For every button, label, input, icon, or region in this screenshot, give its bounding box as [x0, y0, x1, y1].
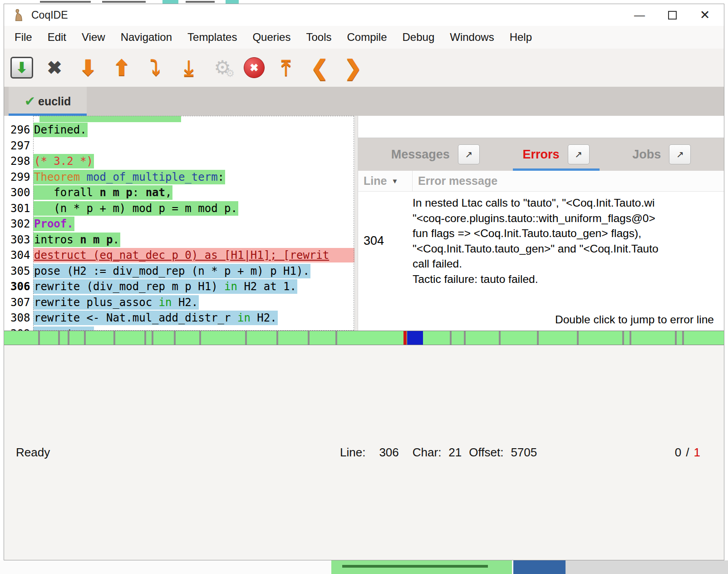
progress-bar — [4, 331, 724, 345]
progress-error-segment — [403, 331, 407, 345]
progress-tick — [630, 331, 631, 345]
maximize-button[interactable] — [656, 4, 689, 26]
line-text: Proof. — [33, 216, 354, 232]
chevron-left-icon: ❮ — [311, 57, 329, 78]
interrupt-button[interactable]: ✖ — [244, 57, 265, 78]
progress-tick — [675, 331, 677, 345]
script-editor[interactable]: 296Defined.297298(* 3.2 *)299Theorem mod… — [4, 116, 354, 331]
panel-tab-errors[interactable]: Errors↗ — [513, 138, 600, 171]
error-message-line: Tactic failure: tauto failed. — [413, 272, 724, 287]
close-buffer-button[interactable]: ✖ — [42, 55, 67, 80]
line-text: Theorem mod_of_multiple_term: — [33, 169, 354, 185]
line-number: 296 — [4, 124, 33, 136]
menu-item-templates[interactable]: Templates — [180, 31, 245, 44]
count-ok: 0 — [675, 445, 681, 460]
line-text: symmetry. — [33, 326, 354, 331]
code-line-297[interactable]: 297 — [4, 138, 354, 154]
backward-one-button[interactable]: ⬆ — [109, 55, 134, 80]
code-lines: 296Defined.297298(* 3.2 *)299Theorem mod… — [4, 122, 354, 331]
save-icon: ⬇ — [16, 60, 28, 75]
code-line-309[interactable]: 309symmetry. — [4, 326, 354, 331]
menu-item-tools[interactable]: Tools — [298, 31, 339, 44]
minimize-button[interactable]: — — [623, 4, 656, 26]
code-line-302[interactable]: 302Proof. — [4, 216, 354, 232]
go-to-start-button[interactable]: ⤒ — [274, 55, 298, 80]
code-line-298[interactable]: 298(* 3.2 *) — [4, 153, 354, 169]
progress-tick — [682, 331, 684, 345]
menu-item-queries[interactable]: Queries — [245, 31, 298, 44]
gears-icon: ⚙ — [214, 58, 231, 77]
menu-item-windows[interactable]: Windows — [442, 31, 502, 44]
menu-item-debug[interactable]: Debug — [395, 31, 443, 44]
tab-label: euclid — [38, 95, 71, 108]
background-window-strip-top — [0, 0, 728, 4]
line-number: 309 — [4, 327, 33, 331]
next-button[interactable]: ❯ — [341, 55, 365, 80]
line-text: forall n m p: nat, — [33, 185, 354, 201]
count-errors: 1 — [694, 445, 700, 460]
panel-tab-jobs[interactable]: Jobs↗ — [622, 138, 701, 171]
code-line-307[interactable]: 307rewrite plus_assoc in H2. — [4, 295, 354, 311]
error-row[interactable]: 304 In nested Ltac calls to "tauto", "<C… — [358, 192, 724, 287]
coqide-window: CoqIDE — ✕ FileEditViewNavigationTemplat… — [4, 4, 724, 560]
panel-tabs: Messages↗Errors↗Jobs↗ — [358, 138, 724, 171]
menu-item-file[interactable]: File — [7, 31, 40, 44]
progress-tick — [144, 331, 146, 345]
pane-splitter[interactable] — [354, 116, 358, 331]
title-bar: CoqIDE — ✕ — [4, 4, 724, 26]
save-button[interactable]: ⬇ — [10, 57, 33, 79]
count-separator: / — [686, 445, 689, 460]
code-line-308[interactable]: 308rewrite <- Nat.mul_add_distr_r in H2. — [4, 310, 354, 326]
code-line-306[interactable]: 306rewrite (div_mod_rep m p H1) in H2 at… — [4, 279, 354, 295]
previous-button[interactable]: ❮ — [307, 55, 332, 80]
detach-panel-button[interactable]: ↗ — [568, 144, 590, 164]
error-message-line: "<coq-core.plugins.tauto::with_uniform_f… — [413, 211, 724, 226]
error-table-header: Line ▼ Error message — [358, 171, 724, 192]
partial-code-line — [39, 116, 181, 122]
menu-item-compile[interactable]: Compile — [339, 31, 395, 44]
code-line-299[interactable]: 299Theorem mod_of_multiple_term: — [4, 169, 354, 185]
curved-arrow-icon: ⤵ — [150, 57, 161, 78]
line-text: intros n m p. — [33, 232, 354, 248]
preferences-button[interactable]: ⚙ — [210, 55, 235, 80]
progress-tick — [199, 331, 201, 345]
line-number: 297 — [4, 139, 33, 152]
line-text: rewrite (div_mod_rep m p H1) in H2 at 1. — [33, 279, 354, 295]
close-button[interactable]: ✕ — [689, 4, 721, 26]
menu-item-view[interactable]: View — [74, 31, 113, 44]
error-message-line: In nested Ltac calls to "tauto", "<Coq.I… — [413, 195, 724, 211]
panel-tab-label: Messages — [391, 148, 450, 162]
progress-tick — [308, 331, 310, 345]
code-line-304[interactable]: 304destruct (eq_nat_dec p 0) as [H1|H1];… — [4, 247, 354, 263]
line-text: pose (H2 := div_mod_rep (n * p + m) p H1… — [33, 263, 354, 279]
background-text-fragment — [186, 1, 215, 3]
jump-hint-text: Double click to jump to error line — [555, 313, 714, 326]
line-label: Line: — [340, 445, 365, 460]
line-column-label: Line — [364, 174, 387, 188]
detach-panel-button[interactable]: ↗ — [458, 144, 480, 164]
background-highlight-fragment — [226, 0, 239, 4]
progress-tick — [113, 331, 115, 345]
go-to-end-button[interactable]: ⤓ — [177, 55, 201, 80]
progress-tick — [84, 331, 86, 345]
menu-item-help[interactable]: Help — [502, 31, 540, 44]
menu-item-edit[interactable]: Edit — [40, 31, 74, 44]
forward-one-button[interactable]: ⬇ — [76, 55, 100, 80]
code-line-301[interactable]: 301 (n * p + m) mod p = m mod p. — [4, 201, 354, 217]
tab-euclid[interactable]: ✔ euclid — [9, 87, 87, 116]
column-header-line[interactable]: Line ▼ — [358, 171, 413, 191]
line-text: (n * p + m) mod p = m mod p. — [33, 201, 354, 217]
code-line-303[interactable]: 303intros n m p. — [4, 232, 354, 248]
down-to-bar-icon: ⤓ — [184, 57, 193, 78]
panel-tab-messages[interactable]: Messages↗ — [381, 138, 490, 171]
panel-tab-label: Jobs — [632, 148, 661, 162]
progress-tick — [152, 331, 153, 345]
code-line-296[interactable]: 296Defined. — [4, 122, 354, 138]
code-line-300[interactable]: 300 forall n m p: nat, — [4, 185, 354, 201]
menu-item-navigation[interactable]: Navigation — [113, 31, 180, 44]
go-to-cursor-button[interactable]: ⤵ — [143, 55, 167, 80]
line-number: 306 — [4, 280, 33, 293]
detach-panel-button[interactable]: ↗ — [669, 144, 691, 164]
char-label: Char: — [413, 445, 442, 460]
code-line-305[interactable]: 305pose (H2 := div_mod_rep (n * p + m) p… — [4, 263, 354, 279]
